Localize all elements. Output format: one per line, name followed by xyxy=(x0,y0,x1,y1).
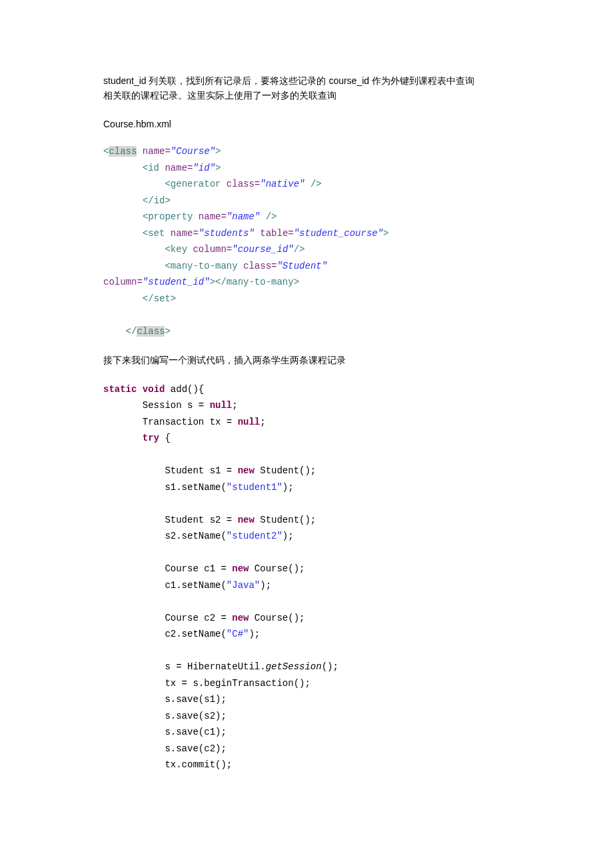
xml-code-block: <class name="Course"> <id name="id"> <ge… xyxy=(103,143,510,339)
intro-paragraph: student_id 列关联，找到所有记录后，要将这些记录的 course_id… xyxy=(103,73,510,103)
mid-paragraph: 接下来我们编写一个测试代码，插入两条学生两条课程记录 xyxy=(103,353,510,367)
intro-line2: 相关联的课程记录。这里实际上使用了一对多的关联查询 xyxy=(103,90,336,101)
intro-line1: student_id 列关联，找到所有记录后，要将这些记录的 course_id… xyxy=(103,75,474,86)
java-code-block: static void add(){ Session s = null; Tra… xyxy=(103,381,510,773)
filename-label: Course.hbm.xml xyxy=(103,117,510,131)
